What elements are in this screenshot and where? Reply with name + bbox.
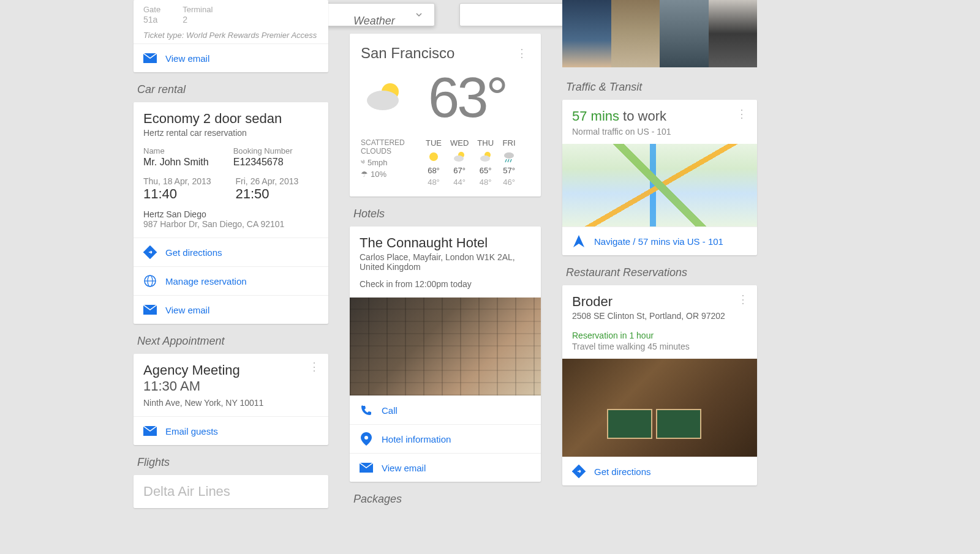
wind-icon: ༄: [361, 158, 365, 167]
view-email-action[interactable]: View email: [350, 453, 541, 482]
ticket-note: Ticket type: World Perk Rewards Premier …: [134, 31, 328, 43]
menu-dots-icon[interactable]: ⋮: [735, 293, 751, 306]
return-date: Fri, 26 Apr, 2013: [236, 176, 299, 186]
forecast-day: WED 67° 44°: [450, 138, 469, 187]
svg-line-18: [508, 159, 509, 162]
globe-icon: [143, 274, 157, 288]
svg-point-16: [504, 152, 514, 159]
booking-value: E12345678: [233, 157, 293, 168]
hotel-checkin: Check in from 12:00pm today: [360, 279, 531, 289]
email-guests-action[interactable]: Email guests: [134, 416, 328, 445]
get-directions-label: Get directions: [165, 247, 222, 258]
weather-precip: 10%: [371, 170, 386, 179]
get-directions-label: Get directions: [594, 466, 651, 477]
svg-point-15: [480, 155, 490, 162]
view-email-action[interactable]: View email: [134, 295, 328, 324]
directions-icon: [143, 245, 157, 259]
menu-dots-icon[interactable]: ⋮: [306, 360, 322, 373]
menu-dots-icon[interactable]: ⋮: [734, 107, 750, 121]
weather-card: San Francisco ⋮ 63° SCATTERED CLOUDS ༄5m…: [350, 34, 541, 197]
weather-wind: 5mph: [368, 158, 388, 167]
weather-temp: 63°: [428, 66, 506, 130]
hotel-info-label: Hotel information: [382, 434, 451, 444]
svg-line-19: [510, 159, 511, 162]
weather-city: San Francisco: [361, 45, 514, 62]
flights-card-stub: Delta Air Lines: [134, 475, 328, 508]
weather-section-title: Weather: [353, 15, 541, 28]
hotel-card: The Connaught Hotel Carlos Place, Mayfai…: [350, 226, 541, 482]
flights-section-title: Flights: [137, 456, 328, 469]
reservation-status: Reservation in 1 hour: [562, 331, 757, 340]
weather-condition: SCATTERED CLOUDS: [361, 138, 417, 155]
forecast-day: FRI 57° 46°: [502, 138, 516, 187]
svg-point-13: [454, 155, 464, 162]
traffic-minutes: 57 mins: [572, 108, 619, 124]
packages-section-title: Packages: [353, 493, 541, 506]
name-label: Name: [143, 146, 209, 155]
name-value: Mr. John Smith: [143, 157, 209, 168]
flight-stub-card: Gate51a Terminal2 Ticket type: World Per…: [134, 0, 328, 72]
return-time: 21:50: [236, 186, 299, 202]
view-email-action[interactable]: View email: [134, 43, 328, 72]
rental-location: Hertz San Diego: [143, 209, 318, 219]
people-photo-strip: [562, 0, 757, 67]
directions-icon: [572, 465, 586, 478]
get-directions-action[interactable]: Get directions: [134, 238, 328, 266]
partly-cloudy-icon: [453, 150, 466, 163]
forecast-day: THU 65° 48°: [477, 138, 494, 187]
rental-address: 987 Harbor Dr, San Diego, CA 92101: [143, 219, 318, 229]
pickup-time: 11:40: [143, 186, 211, 202]
svg-line-17: [505, 159, 507, 162]
svg-point-10: [367, 91, 399, 110]
restaurant-image: [562, 359, 757, 457]
restaurant-card: ⋮ Broder 2508 SE Clinton St, Portland, O…: [562, 285, 757, 485]
call-action[interactable]: Call: [350, 395, 541, 424]
traffic-section-title: Traffic & Transit: [566, 81, 757, 94]
terminal-label: Terminal: [183, 5, 213, 14]
hotel-image: [350, 298, 541, 395]
partly-cloudy-icon: [479, 150, 492, 163]
rain-icon: [502, 150, 516, 163]
car-subtitle: Hertz rental car reservation: [143, 128, 318, 138]
restaurant-address: 2508 SE Clinton St, Portland, OR 97202: [572, 311, 747, 321]
manage-reservation-label: Manage reservation: [165, 276, 247, 286]
manage-reservation-action[interactable]: Manage reservation: [134, 266, 328, 295]
svg-point-20: [364, 436, 368, 440]
hotel-name: The Connaught Hotel: [360, 235, 531, 251]
menu-dots-icon[interactable]: ⋮: [514, 47, 530, 60]
hotel-info-action[interactable]: Hotel information: [350, 424, 541, 453]
car-rental-card: Economy 2 door sedan Hertz rental car re…: [134, 102, 328, 324]
terminal-value: 2: [183, 15, 213, 24]
mail-icon: [143, 303, 157, 316]
view-email-label: View email: [165, 305, 209, 315]
mail-icon: [143, 51, 157, 65]
appt-time: 11:30 AM: [143, 378, 318, 394]
sunny-icon: [427, 150, 440, 163]
restaurant-section-title: Restaurant Reservations: [566, 266, 757, 279]
get-directions-action[interactable]: Get directions: [562, 457, 757, 485]
umbrella-icon: ☂: [361, 170, 368, 179]
view-email-label: View email: [165, 53, 209, 64]
pin-icon: [360, 432, 373, 446]
phone-icon: [360, 403, 373, 417]
booking-label: Booking Number: [233, 146, 293, 155]
navigate-action[interactable]: Navigate / 57 mins via US - 101: [562, 226, 757, 255]
call-label: Call: [382, 405, 398, 416]
traffic-status: Normal traffic on US - 101: [562, 127, 757, 144]
hotel-address: Carlos Place, Mayfair, London W1K 2AL, U…: [360, 252, 531, 272]
navigate-label: Navigate / 57 mins via US - 101: [594, 236, 723, 247]
appt-address: Ninth Ave, New York, NY 10011: [143, 398, 318, 408]
traffic-map[interactable]: [562, 144, 757, 226]
hotels-section-title: Hotels: [353, 208, 541, 220]
gate-value: 51a: [143, 15, 160, 24]
email-guests-label: Email guests: [165, 426, 218, 436]
next-appointment-section-title: Next Appointment: [137, 335, 328, 348]
pickup-date: Thu, 18 Apr, 2013: [143, 176, 211, 186]
mail-icon: [143, 424, 157, 438]
flight-airline: Delta Air Lines: [143, 484, 318, 500]
navigate-icon: [572, 234, 586, 248]
travel-time: Travel time walking 45 minutes: [562, 342, 757, 359]
car-rental-section-title: Car rental: [137, 83, 328, 96]
view-email-label: View email: [382, 463, 426, 473]
car-title: Economy 2 door sedan: [143, 111, 318, 127]
